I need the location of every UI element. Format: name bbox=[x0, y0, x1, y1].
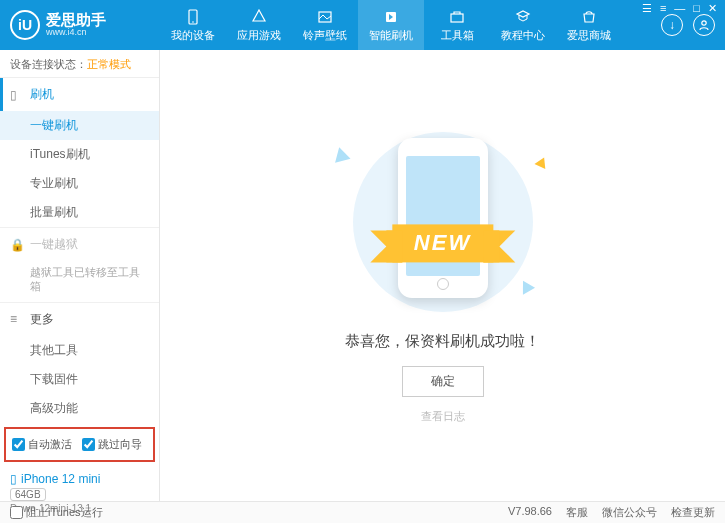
sidebar-item-batch[interactable]: 批量刷机 bbox=[0, 198, 159, 227]
menu-icon: ≡ bbox=[10, 312, 24, 326]
sidebar-more[interactable]: ≡ 更多 bbox=[0, 303, 159, 336]
minimize-icon[interactable]: — bbox=[674, 2, 685, 15]
device-storage: 64GB bbox=[10, 488, 46, 501]
sidebar-item-pro[interactable]: 专业刷机 bbox=[0, 169, 159, 198]
svg-point-5 bbox=[702, 21, 706, 25]
nav-store[interactable]: 爱思商城 bbox=[556, 0, 622, 50]
app-name: 爱思助手 bbox=[46, 12, 106, 29]
sidebar-flash[interactable]: ▯ 刷机 bbox=[0, 78, 159, 111]
nav-toolbox[interactable]: 工具箱 bbox=[424, 0, 490, 50]
close-icon[interactable]: ✕ bbox=[708, 2, 717, 15]
auto-activate-checkbox[interactable]: 自动激活 bbox=[12, 437, 72, 452]
nav-ringtones[interactable]: 铃声壁纸 bbox=[292, 0, 358, 50]
new-ribbon: NEW bbox=[392, 224, 493, 262]
settings-icon[interactable]: ≡ bbox=[660, 2, 666, 15]
user-button[interactable] bbox=[693, 14, 715, 36]
sidebar-item-itunes[interactable]: iTunes刷机 bbox=[0, 140, 159, 169]
wallpaper-icon bbox=[316, 8, 334, 26]
ok-button[interactable]: 确定 bbox=[402, 366, 484, 397]
device-icon: ▯ bbox=[10, 472, 17, 486]
sidebar-item-oneclick[interactable]: 一键刷机 bbox=[0, 111, 159, 140]
svg-point-1 bbox=[192, 21, 194, 23]
device-name: ▯ iPhone 12 mini bbox=[10, 472, 149, 486]
connection-status: 设备连接状态：正常模式 bbox=[0, 50, 159, 78]
block-itunes-checkbox[interactable]: 阻止iTunes运行 bbox=[10, 505, 103, 520]
nav-apps[interactable]: 应用游戏 bbox=[226, 0, 292, 50]
sidebar-item-other[interactable]: 其他工具 bbox=[0, 336, 159, 365]
flash-icon bbox=[382, 8, 400, 26]
version-label: V7.98.66 bbox=[508, 505, 552, 520]
main-content: NEW 恭喜您，保资料刷机成功啦！ 确定 查看日志 bbox=[160, 50, 725, 501]
success-illustration: NEW bbox=[313, 127, 573, 317]
success-message: 恭喜您，保资料刷机成功啦！ bbox=[345, 332, 540, 351]
logo: iU 爱思助手 www.i4.cn bbox=[10, 10, 160, 40]
tutorial-icon bbox=[514, 8, 532, 26]
jailbreak-note: 越狱工具已转移至工具箱 bbox=[0, 261, 159, 302]
check-update-link[interactable]: 检查更新 bbox=[671, 505, 715, 520]
logo-icon: iU bbox=[10, 10, 40, 40]
device-icon bbox=[184, 8, 202, 26]
wechat-link[interactable]: 微信公众号 bbox=[602, 505, 657, 520]
toolbox-icon bbox=[448, 8, 466, 26]
nav-my-device[interactable]: 我的设备 bbox=[160, 0, 226, 50]
menu-icon[interactable]: ☰ bbox=[642, 2, 652, 15]
header-right: ↓ bbox=[661, 14, 715, 36]
view-log-link[interactable]: 查看日志 bbox=[421, 409, 465, 424]
titlebar: iU 爱思助手 www.i4.cn 我的设备 应用游戏 铃声壁纸 智能刷机 工具… bbox=[0, 0, 725, 50]
store-icon bbox=[580, 8, 598, 26]
phone-graphic bbox=[398, 138, 488, 298]
service-link[interactable]: 客服 bbox=[566, 505, 588, 520]
window-controls: ☰ ≡ — □ ✕ bbox=[642, 2, 717, 15]
download-button[interactable]: ↓ bbox=[661, 14, 683, 36]
main-nav: 我的设备 应用游戏 铃声壁纸 智能刷机 工具箱 教程中心 爱思商城 bbox=[160, 0, 661, 50]
sidebar: 设备连接状态：正常模式 ▯ 刷机 一键刷机 iTunes刷机 专业刷机 批量刷机… bbox=[0, 50, 160, 501]
nav-flash[interactable]: 智能刷机 bbox=[358, 0, 424, 50]
maximize-icon[interactable]: □ bbox=[693, 2, 700, 15]
svg-rect-4 bbox=[451, 14, 463, 22]
sidebar-jailbreak: 🔒 一键越狱 bbox=[0, 228, 159, 261]
app-url: www.i4.cn bbox=[46, 28, 106, 38]
apps-icon bbox=[250, 8, 268, 26]
nav-tutorials[interactable]: 教程中心 bbox=[490, 0, 556, 50]
options-row: 自动激活 跳过向导 bbox=[4, 427, 155, 462]
lock-icon: 🔒 bbox=[10, 238, 24, 252]
sidebar-item-download[interactable]: 下载固件 bbox=[0, 365, 159, 394]
phone-icon: ▯ bbox=[10, 88, 24, 102]
skip-guide-checkbox[interactable]: 跳过向导 bbox=[82, 437, 142, 452]
sidebar-item-advanced[interactable]: 高级功能 bbox=[0, 394, 159, 423]
